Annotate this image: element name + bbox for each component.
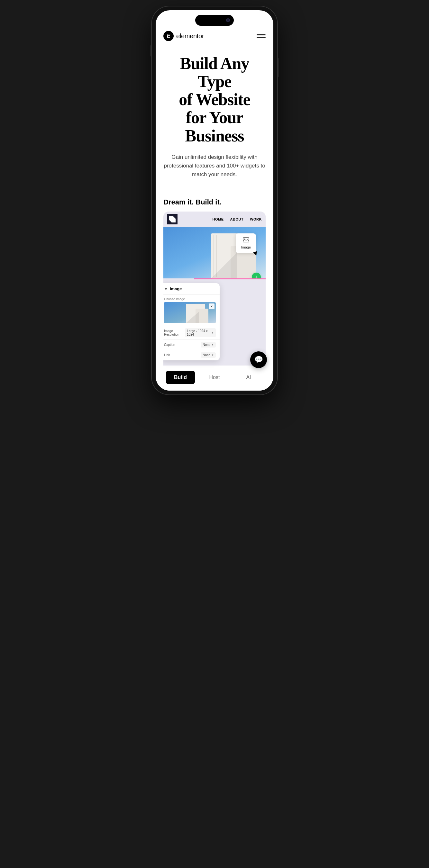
panel-area: ▼ Image Choose Image ✕ [163,279,266,366]
svg-rect-4 [216,235,217,277]
image-widget: Image [236,234,256,253]
image-resolution-value[interactable]: Large - 1024 x 1024 ▼ [185,328,216,337]
mini-logo-shape [169,216,176,222]
caption-label: Caption [164,343,175,346]
front-camera [226,18,230,22]
logo-area: E elementor [163,31,204,41]
tab-ai[interactable]: AI [232,371,266,384]
chat-fab-icon: 💬 [254,355,263,364]
hamburger-menu[interactable] [257,34,266,38]
caption-dropdown-arrow: ▼ [211,343,214,346]
choose-image-label: Choose Image [164,298,216,301]
panel-title: Image [170,286,182,291]
mini-nav-links: HOME ABOUT WORK [213,217,262,221]
phone-screen: E elementor Build Any Type of Website fo… [156,10,273,391]
mini-nav-work: WORK [250,217,262,221]
build-tab-label[interactable]: Build [166,371,195,384]
image-resolution-row: Image Resolution Large - 1024 x 1024 ▼ [163,326,220,340]
hero-title: Build Any Type of Website for Your Busin… [163,55,266,145]
dynamic-island [195,15,234,26]
chat-fab-button[interactable]: 💬 [250,351,267,368]
image-widget-label: Image [241,245,251,249]
thumbnail-svg [164,302,216,323]
hamburger-line-2 [257,37,266,38]
panel-collapse-arrow[interactable]: ▼ [164,287,168,291]
caption-row: Caption None ▼ [163,340,220,350]
thumbnail-controls: ✕ [209,304,214,309]
cursor-arrow [253,251,258,256]
mini-logo [167,214,178,224]
hamburger-line-1 [257,34,266,35]
demo-image-area: Image + [163,227,266,278]
demo-card: HOME ABOUT WORK [163,212,266,391]
image-widget-icon [243,237,249,244]
svg-rect-3 [213,235,214,277]
hero-subtitle: Gain unlimited design flexibility with p… [163,153,266,179]
link-dropdown-arrow: ▼ [211,353,214,356]
hero-section: Build Any Type of Website for Your Busin… [156,45,273,195]
elementor-logo-icon: E [163,31,174,41]
image-thumbnail[interactable]: ✕ [164,302,216,323]
mini-nav-home: HOME [213,217,224,221]
thumbnail-edit-btn[interactable]: ✕ [209,304,214,309]
add-element-button[interactable]: + [252,273,261,278]
link-label: Link [164,353,170,357]
elementor-logo-text: elementor [176,32,204,40]
mini-nav-about: ABOUT [230,217,244,221]
caption-value[interactable]: None ▼ [201,342,216,347]
dream-title: Dream it. Build it. [163,198,266,207]
tab-build[interactable]: Build [163,371,197,384]
image-resolution-label: Image Resolution [164,329,185,336]
panel-header: ▼ Image [163,283,220,295]
cursor-indicator [254,252,257,255]
phone-frame: E elementor Build Any Type of Website fo… [152,6,277,395]
choose-image-row: Choose Image ✕ [163,295,220,326]
link-value[interactable]: None ▼ [201,352,216,358]
mini-browser-nav: HOME ABOUT WORK [163,212,266,227]
bottom-tabs: Build Host AI [163,366,266,391]
resolution-dropdown-arrow: ▼ [211,332,214,334]
tab-host[interactable]: Host [197,371,232,384]
settings-panel: ▼ Image Choose Image ✕ [163,283,220,361]
app-header: E elementor [156,26,273,45]
link-row: Link None ▼ [163,350,220,361]
